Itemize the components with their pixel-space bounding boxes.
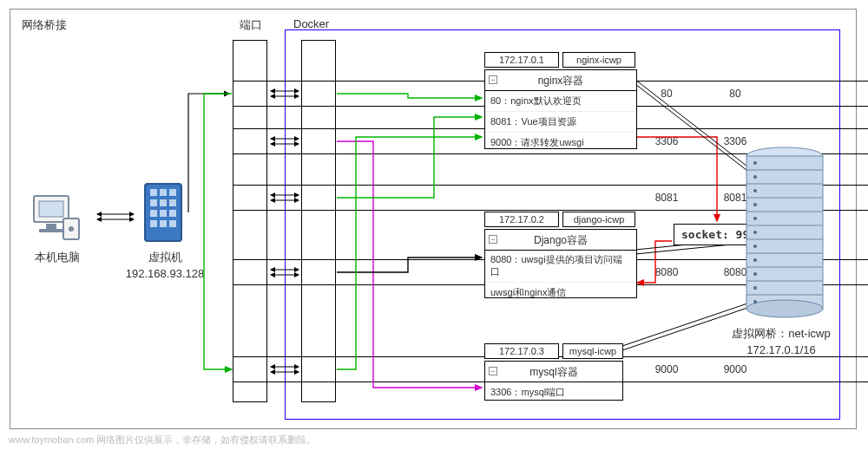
collapse-icon: − [489,75,497,84]
arrow-pc-vm [94,210,137,224]
svg-point-44 [753,161,757,165]
nginx-line-8081: 8081：Vue项目资源 [485,112,636,133]
mysql-name: mysql-icwp [562,343,623,359]
nginx-container: −nginx容器 80：nginx默认欢迎页 8081：Vue项目资源 9000… [484,69,637,149]
svg-rect-2 [46,224,56,229]
nginx-name: nginx-icwp [562,52,635,68]
nginx-line-9000: 9000：请求转发uwsgi [485,133,636,153]
server-stack-icon [743,146,826,322]
mysql-line-3306: 3306：mysql端口 [485,382,622,402]
collapse-icon: − [489,235,497,244]
svg-rect-15 [169,210,176,217]
svg-rect-12 [169,199,176,206]
svg-rect-17 [160,220,167,227]
label-vbridge: 虚拟网桥：net-icwp [720,326,842,342]
svg-rect-32 [746,156,823,309]
django-title: Django容器 [534,234,588,246]
svg-point-54 [753,300,757,303]
collapse-icon: − [489,367,497,375]
nginx-ip: 172.17.0.1 [484,52,559,68]
arrow-port-8081 [268,191,301,205]
mysql-ip: 172.17.0.3 [484,343,559,359]
label-bridge: 网络桥接 [22,17,67,33]
svg-rect-3 [39,229,63,232]
svg-point-5 [69,226,74,232]
svg-point-53 [753,286,757,290]
label-vm: 虚拟机 [141,250,188,265]
svg-rect-13 [150,210,157,217]
svg-rect-8 [160,189,167,196]
svg-rect-11 [160,199,167,206]
svg-point-45 [753,175,757,179]
nginx-title: nginx容器 [538,75,584,87]
svg-point-33 [746,300,823,317]
nginx-line-80: 80：nginx默认欢迎页 [485,91,636,112]
svg-point-49 [753,231,757,234]
label-local-pc: 本机电脑 [24,250,90,265]
arrow-port-3306 [268,134,301,148]
svg-point-51 [753,258,757,262]
django-container: −Django容器 8080：uwsgi提供的项目访问端口 uwsgi和ngin… [484,229,637,298]
pc-icon [30,192,82,247]
arrow-port-80 [268,87,301,101]
mysql-title: mysql容器 [529,366,577,378]
arrow-port-9000 [268,362,301,376]
svg-rect-1 [39,201,63,217]
django-line-8080: 8080：uwsgi提供的项目访问端口 [485,251,636,283]
mysql-container: −mysql容器 3306：mysql端口 [484,361,623,401]
django-line-uwsgi: uwsgi和nginx通信 [485,283,636,303]
svg-rect-9 [169,189,176,196]
label-vbridge-cidr: 172.17.0.1/16 [720,343,842,356]
svg-rect-14 [160,210,167,217]
svg-rect-7 [150,189,157,196]
svg-point-48 [753,217,757,220]
svg-rect-10 [150,199,157,206]
watermark: www.toymoban.com 网络图片仅供展示，非存储，如有侵权请联系删除。 [9,434,316,447]
label-vm-ip: 192.168.93.128 [122,267,208,280]
label-ports: 端口 [240,17,262,33]
svg-point-50 [753,245,757,248]
django-name: django-icwp [562,212,635,227]
svg-rect-18 [169,220,176,227]
svg-point-47 [753,203,757,206]
svg-rect-16 [150,220,157,227]
django-ip: 172.17.0.2 [484,212,559,227]
svg-point-52 [753,272,757,276]
arrow-port-8080 [268,265,301,279]
svg-point-46 [753,189,757,192]
building-icon [143,182,183,245]
label-docker: Docker [293,17,329,30]
